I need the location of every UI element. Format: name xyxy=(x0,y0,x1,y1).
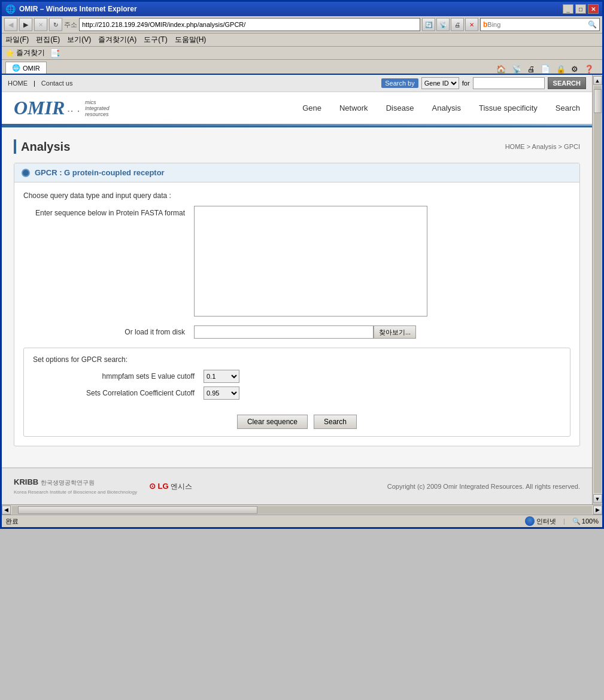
help-icon[interactable]: ❓ xyxy=(584,65,594,74)
status-right: 인터넷 | 🔍 100% xyxy=(525,516,599,526)
menu-tools[interactable]: 도구(T) xyxy=(144,35,167,45)
search-by-label: Search by xyxy=(385,80,415,87)
file-label: Or load it from disk xyxy=(23,328,185,336)
tab-omir[interactable]: 🌐 OMIR xyxy=(5,62,47,74)
search-for-input[interactable] xyxy=(473,77,545,89)
address-label: 주소 xyxy=(64,20,77,29)
title-bar-left: 🌐 OMIR – Windows Internet Explorer xyxy=(5,4,137,14)
address-bar: 주소 🔄 📡 🖨 ✕ xyxy=(64,18,478,31)
contact-link[interactable]: Contact us xyxy=(41,80,73,87)
nav-analysis[interactable]: Analysis xyxy=(432,104,461,112)
zoom-level: 100% xyxy=(582,518,599,525)
main-nav: Gene Network Disease Analysis Tissue spe… xyxy=(302,104,580,112)
evalue-select[interactable]: 0.1 0.01 0.001 xyxy=(204,370,239,383)
top-search-button[interactable]: SEARCH xyxy=(548,77,586,89)
scroll-right-arrow[interactable]: ▶ xyxy=(593,506,602,515)
browser-title: OMIR – Windows Internet Explorer xyxy=(19,5,137,13)
bing-input[interactable] xyxy=(487,21,588,28)
corr-select[interactable]: 0.95 0.90 0.85 xyxy=(204,386,239,400)
circle-icon xyxy=(22,169,30,177)
bing-search-icon[interactable]: 🔍 xyxy=(588,20,597,29)
scroll-down-arrow[interactable]: ▼ xyxy=(593,494,602,503)
blue-indicator xyxy=(14,139,16,154)
analysis-title-area: Analysis xyxy=(14,139,70,154)
menu-favorites[interactable]: 즐겨찾기(A) xyxy=(98,35,136,45)
nav-disease[interactable]: Disease xyxy=(386,104,414,112)
site-header: HOME | Contact us Search by Gene ID for xyxy=(2,75,592,127)
zoom-indicator: 🔍 100% xyxy=(572,518,599,525)
site-logo-nav: OMIR ·· · mics Integrated resources xyxy=(2,92,592,124)
scroll-thumb[interactable] xyxy=(594,89,602,113)
maximize-button[interactable]: □ xyxy=(575,4,586,14)
home-link[interactable]: HOME xyxy=(8,80,28,87)
safety-icon[interactable]: 🔒 xyxy=(556,65,566,74)
menu-file[interactable]: 파일(F) xyxy=(5,35,29,45)
corr-row: Sets Correlation Coefficient Cutoff 0.95… xyxy=(33,386,561,400)
window-controls: _ □ ✕ xyxy=(563,4,599,14)
back-button[interactable]: ◀ xyxy=(4,18,17,31)
lg-suffix: 엔시스 xyxy=(171,482,192,491)
query-label: Choose query data type and input query d… xyxy=(23,191,570,200)
sequence-label: Enter sequence below in Protein FASTA fo… xyxy=(23,206,185,217)
refresh-button[interactable]: ↻ xyxy=(49,18,62,31)
title-bar: 🌐 OMIR – Windows Internet Explorer _ □ ✕ xyxy=(2,2,602,16)
file-input[interactable] xyxy=(194,325,374,339)
hscroll-thumb[interactable] xyxy=(18,506,257,514)
menu-help[interactable]: 도움말(H) xyxy=(175,35,207,45)
minimize-button[interactable]: _ xyxy=(563,4,573,14)
search-button[interactable]: Search xyxy=(314,415,357,429)
analysis-header: Analysis HOME > Analysis > GPCI xyxy=(14,139,580,154)
internet-zone: 인터넷 xyxy=(525,516,556,526)
lg-logo-area: ⊙ LG 엔시스 xyxy=(149,482,192,492)
kribb-logo: KRIBB 한국생명공학연구원Korea Research Institute … xyxy=(14,477,137,495)
tab-bar: 🌐 OMIR 🏠 📡 🖨 📄 🔒 ⚙ ❓ xyxy=(2,60,602,75)
browser-icon: 🌐 xyxy=(5,4,16,14)
nav-gene[interactable]: Gene xyxy=(302,104,321,112)
forward-button[interactable]: ▶ xyxy=(19,18,32,31)
menu-bar: 파일(F) 편집(E) 보기(V) 즐겨찾기(A) 도구(T) 도움말(H) xyxy=(2,34,602,47)
nav-search[interactable]: Search xyxy=(556,104,580,112)
options-title: Set options for GPCR search: xyxy=(33,355,561,364)
logo-line3: resources xyxy=(85,111,110,117)
scroll-left-arrow[interactable]: ◀ xyxy=(2,506,11,515)
print-icon-btn[interactable]: 🖨 xyxy=(451,18,464,31)
address-input[interactable] xyxy=(79,18,420,31)
action-buttons: Clear sequence Search xyxy=(33,409,561,429)
page-menu-icon[interactable]: 📄 xyxy=(541,65,550,74)
stop-button[interactable]: ✕ xyxy=(34,18,47,31)
zoom-icon: 🔍 xyxy=(572,518,581,525)
footer-logos: KRIBB 한국생명공학연구원Korea Research Institute … xyxy=(14,477,192,495)
print-page-icon[interactable]: 🖨 xyxy=(527,65,535,74)
options-section: Set options for GPCR search: hmmpfam set… xyxy=(23,348,570,437)
top-nav-links: HOME | Contact us xyxy=(8,80,72,87)
search-by-select[interactable]: Gene ID xyxy=(421,77,459,89)
logo-line1: mics xyxy=(85,99,110,105)
reload-icon-btn[interactable]: 🔄 xyxy=(422,18,435,31)
sequence-row: Enter sequence below in Protein FASTA fo… xyxy=(23,206,570,316)
clear-sequence-button[interactable]: Clear sequence xyxy=(237,415,308,429)
sequence-textarea[interactable] xyxy=(194,206,427,316)
bing-search-bar: b 🔍 xyxy=(480,18,600,31)
status-left: 완료 xyxy=(5,517,19,526)
browse-button[interactable]: 찾아보기... xyxy=(374,325,416,339)
rss-feed-icon[interactable]: 📡 xyxy=(512,65,521,74)
menu-edit[interactable]: 편집(E) xyxy=(36,35,60,45)
rss-icon-btn[interactable]: 📡 xyxy=(436,18,450,31)
home-icon[interactable]: 🏠 xyxy=(496,65,506,74)
menu-view[interactable]: 보기(V) xyxy=(67,35,91,45)
main-content: HOME | Contact us Search by Gene ID for xyxy=(2,75,592,504)
gpcr-panel: GPCR : G protein-coupled receptor Choose… xyxy=(14,163,580,446)
nav-network[interactable]: Network xyxy=(339,104,368,112)
tools-icon[interactable]: ⚙ xyxy=(571,65,578,74)
nav-separator: | xyxy=(34,80,35,87)
stop-icon-btn[interactable]: ✕ xyxy=(465,18,478,31)
scroll-up-arrow[interactable]: ▲ xyxy=(593,76,602,85)
search-by-section: Search by xyxy=(381,78,418,88)
evalue-row: hmmpfam sets E value cutoff 0.1 0.01 0.0… xyxy=(33,370,561,383)
internet-icon xyxy=(525,516,535,526)
star-icon: ⭐ xyxy=(5,49,14,57)
close-button[interactable]: ✕ xyxy=(588,4,599,14)
favorites-link[interactable]: ⭐ 즐겨찾기 xyxy=(5,48,45,58)
nav-tissue[interactable]: Tissue specificity xyxy=(479,104,538,112)
add-favorites-icon[interactable]: 📑 xyxy=(50,48,60,58)
